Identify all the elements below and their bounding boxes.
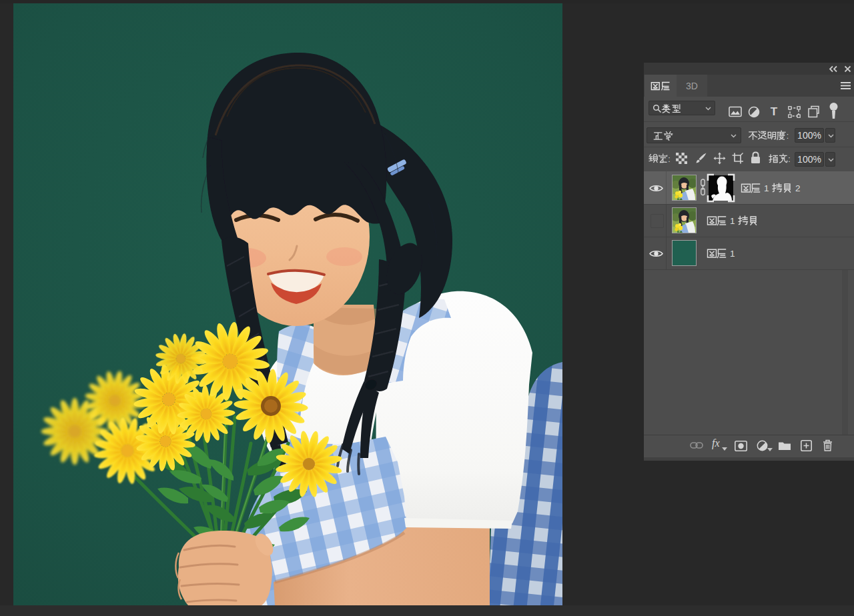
svg-text:1: 1 xyxy=(764,183,769,193)
svg-text::: : xyxy=(788,155,790,164)
svg-text::: : xyxy=(668,155,670,164)
svg-text::: : xyxy=(787,131,789,141)
svg-text:2: 2 xyxy=(795,183,801,193)
svg-text:1: 1 xyxy=(730,216,735,226)
svg-text:1: 1 xyxy=(730,249,735,259)
